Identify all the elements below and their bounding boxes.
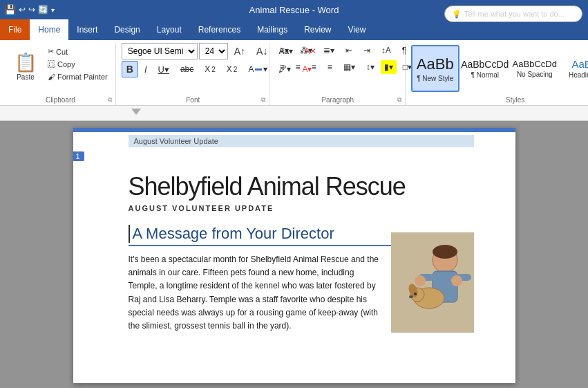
menu-bar: File Home Insert Design Layout Reference… (0, 19, 588, 40)
underline-button[interactable]: U▾ (153, 62, 174, 77)
tell-me-input[interactable]: 💡 Tell me what you want to do... (444, 6, 582, 22)
bullets-button[interactable]: ≡▾ (275, 43, 294, 58)
ruler-tab (131, 109, 141, 115)
style-normal-preview: AaBbCcDd (461, 59, 509, 70)
italic-button[interactable]: I (140, 62, 152, 77)
align-center-button[interactable]: ≡ (291, 59, 305, 75)
document-main-title: Shelbyfield Animal Rescue (129, 172, 474, 201)
menu-review[interactable]: Review (296, 19, 339, 40)
paragraph-group: ≡▾ ⁂▾ ≣▾ ⇤ ⇥ ↕A ¶ ≡ ≡ ≡ ≡ ▦▾ ↕▾ ▮▾ □▾ Pa… (271, 43, 406, 105)
font-expander[interactable]: ⧉ (259, 95, 267, 104)
volunteer-photo (391, 232, 474, 333)
cut-button[interactable]: ✂ Cut (44, 46, 111, 57)
style-new-style[interactable]: AaBb ¶ New Style (411, 45, 459, 92)
clipboard-small: ✂ Cut ⿴ Copy 🖌 Format Painter (44, 43, 111, 94)
menu-design[interactable]: Design (106, 19, 148, 40)
increase-font-button[interactable]: A↑ (229, 43, 250, 59)
paste-label: Paste (17, 73, 35, 81)
font-name-select[interactable]: Segoe UI Semi (122, 43, 198, 59)
document-body: It's been a spectacular month for Shelby… (129, 253, 474, 333)
tell-me-placeholder: Tell me what you want to do... (464, 10, 565, 18)
quick-access-undo[interactable]: ↩ (19, 5, 26, 15)
style-nospace-preview: AaBbCcDd (513, 59, 557, 69)
copy-icon: ⿴ (48, 60, 55, 68)
multilevel-button[interactable]: ≣▾ (319, 43, 339, 58)
paragraph-expander[interactable]: ⧉ (395, 95, 404, 104)
font-color-button[interactable]: A▾ (243, 62, 272, 77)
document-area: 1 August Volunteer Update Shelbyfield An… (0, 121, 588, 388)
copy-button[interactable]: ⿴ Copy (44, 59, 111, 70)
clipboard-expander[interactable]: ⧉ (106, 95, 114, 104)
style-new-label: ¶ New Style (417, 75, 453, 82)
style-normal-label: ¶ Normal (471, 71, 499, 79)
body-text: It's been a spectacular month for Shelby… (129, 255, 379, 331)
svg-point-12 (451, 275, 462, 286)
svg-point-10 (409, 295, 413, 298)
document-subtitle: AUGUST VOLUNTEER UPDATE (129, 204, 474, 212)
menu-file[interactable]: File (0, 19, 30, 40)
quick-access-autosave[interactable]: 🔄 (38, 5, 48, 15)
document-title: Animal Rescue - Word (249, 5, 339, 15)
menu-view[interactable]: View (340, 19, 374, 40)
menu-insert[interactable]: Insert (68, 19, 106, 40)
line-number: 1 (73, 151, 84, 161)
bold-button[interactable]: B (122, 61, 138, 77)
header-text: August Volunteer Update (129, 135, 474, 147)
align-left-button[interactable]: ≡ (275, 59, 290, 75)
tell-me-area: 💡 Tell me what you want to do... (374, 19, 588, 40)
align-right-button[interactable]: ≡ (307, 59, 321, 75)
page-content: Shelbyfield Animal Rescue AUGUST VOLUNTE… (129, 172, 474, 333)
superscript-button[interactable]: X2 (222, 62, 243, 77)
menu-home[interactable]: Home (30, 19, 68, 40)
numbering-button[interactable]: ⁂▾ (295, 43, 317, 58)
quick-access-redo[interactable]: ↪ (28, 5, 35, 15)
columns-button[interactable]: ▦▾ (339, 59, 360, 75)
subscript-button[interactable]: X2 (200, 62, 220, 77)
clipboard-group: 📋 Paste ✂ Cut ⿴ Copy 🖌 Format Painter Cl… (6, 43, 116, 105)
scissors-icon: ✂ (48, 47, 54, 56)
decrease-font-button[interactable]: A↓ (252, 43, 272, 59)
page: 1 August Volunteer Update Shelbyfield An… (73, 128, 515, 383)
style-normal[interactable]: AaBbCcDd ¶ Normal (461, 45, 509, 92)
paste-icon: 📋 (15, 52, 37, 73)
decrease-indent-button[interactable]: ⇤ (341, 43, 357, 58)
word-icon: 💾 (4, 4, 16, 15)
style-no-spacing[interactable]: AaBbCcDd No Spacing (511, 45, 559, 92)
styles-group: AaBb ¶ New Style AaBbCcDd ¶ Normal AaBbC… (407, 43, 588, 105)
style-h1-preview: AaBb (571, 58, 588, 70)
justify-button[interactable]: ≡ (323, 59, 337, 75)
ruler (0, 106, 588, 121)
font-size-select[interactable]: 24 (199, 43, 228, 59)
lightbulb-icon: 💡 (452, 10, 462, 19)
menu-references[interactable]: References (190, 19, 249, 40)
font-group: Segoe UI Semi 24 A↑ A↓ Aa▾ A✕ B I U▾ abc… (117, 43, 269, 105)
svg-point-9 (414, 293, 417, 295)
shading-button[interactable]: ▮▾ (381, 60, 397, 74)
svg-point-11 (415, 275, 426, 286)
paste-button[interactable]: 📋 Paste (10, 43, 41, 90)
style-heading1[interactable]: AaBb Heading 1 (560, 45, 588, 92)
quick-access-dropdown[interactable]: ▾ (51, 6, 55, 14)
sort-button[interactable]: ↕A (377, 43, 396, 58)
text-cursor (129, 225, 130, 243)
ribbon: 📋 Paste ✂ Cut ⿴ Copy 🖌 Format Painter Cl… (0, 40, 588, 106)
line-spacing-button[interactable]: ↕▾ (361, 59, 379, 75)
photo-svg (391, 232, 474, 333)
format-painter-icon: 🖌 (48, 73, 55, 81)
increase-indent-button[interactable]: ⇥ (359, 43, 375, 58)
menu-mailings[interactable]: Mailings (249, 19, 296, 40)
format-painter-button[interactable]: 🖌 Format Painter (44, 71, 111, 82)
svg-point-2 (433, 245, 457, 259)
style-new-preview: AaBb (417, 55, 454, 73)
page-top-bar (73, 128, 515, 132)
menu-layout[interactable]: Layout (149, 19, 190, 40)
style-nospace-label: No Spacing (517, 71, 553, 78)
title-bar-left: 💾 ↩ ↪ 🔄 ▾ (0, 4, 55, 15)
strikethrough-button[interactable]: abc (176, 62, 198, 77)
style-h1-label: Heading 1 (569, 71, 588, 79)
